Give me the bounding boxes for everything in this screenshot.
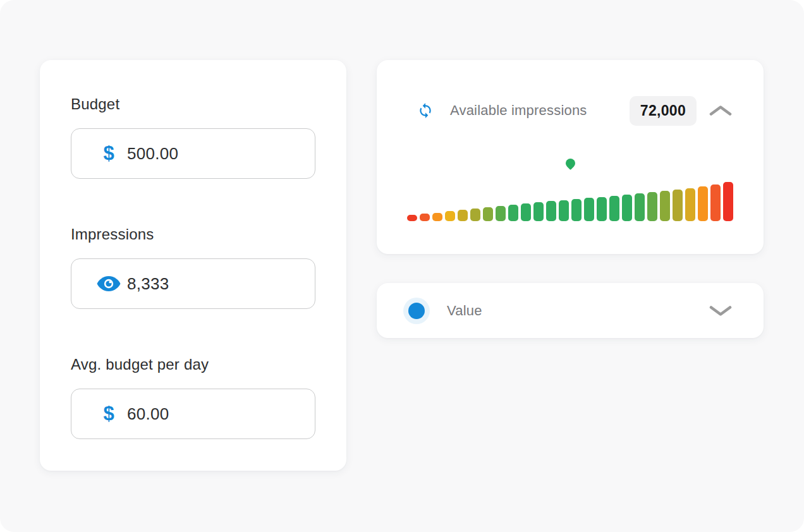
histogram-bar xyxy=(622,195,632,221)
budget-input-box: $ xyxy=(71,128,315,179)
dollar-icon: $ xyxy=(94,389,123,438)
avg-budget-label: Avg. budget per day xyxy=(71,356,316,373)
available-impressions-card: Available impressions 72,000 xyxy=(377,60,764,254)
budget-field: Budget $ xyxy=(71,96,316,179)
impressions-histogram xyxy=(407,155,733,221)
histogram-bar xyxy=(710,184,721,221)
histogram-bar xyxy=(685,188,695,221)
value-card[interactable]: Value xyxy=(377,283,764,338)
histogram-bar xyxy=(420,214,430,221)
blue-dot-icon xyxy=(408,303,425,319)
avg-budget-input[interactable] xyxy=(127,404,304,424)
histogram-bar xyxy=(723,182,733,221)
avg-budget-input-box: $ xyxy=(71,389,315,439)
impressions-count-badge: 72,000 xyxy=(630,96,697,126)
avg-budget-field: Avg. budget per day $ xyxy=(71,356,316,439)
histogram-bar xyxy=(432,213,442,221)
histogram-bar xyxy=(483,207,493,221)
histogram-bar xyxy=(597,197,607,221)
histogram-bar xyxy=(496,206,506,221)
impressions-field: Impressions xyxy=(71,226,316,309)
page-background: Budget $ Impressions xyxy=(0,0,804,532)
histogram-bar xyxy=(635,193,645,221)
histogram-bar xyxy=(470,209,480,221)
budget-label: Budget xyxy=(71,96,316,112)
value-row: Value xyxy=(377,283,764,338)
budget-input[interactable] xyxy=(127,144,304,164)
available-impressions-title: Available impressions xyxy=(450,102,587,119)
histogram-bar xyxy=(521,203,531,221)
histogram-bar xyxy=(533,202,544,221)
value-label: Value xyxy=(447,303,482,319)
available-impressions-header: Available impressions 72,000 xyxy=(417,95,732,126)
histogram-bar xyxy=(445,211,455,221)
impressions-label: Impressions xyxy=(71,226,316,243)
histogram-bar xyxy=(647,192,657,221)
chevron-up-icon[interactable] xyxy=(709,104,732,117)
dollar-icon: $ xyxy=(94,129,123,178)
histogram-bar xyxy=(673,190,683,221)
histogram-bar xyxy=(546,201,556,221)
histogram-bar xyxy=(698,186,708,221)
histogram-bar xyxy=(584,198,594,221)
eye-icon xyxy=(94,259,123,308)
histogram-bar xyxy=(609,196,619,221)
chevron-down-icon[interactable] xyxy=(709,305,732,317)
budget-card: Budget $ Impressions xyxy=(40,60,346,471)
impressions-input[interactable] xyxy=(127,274,304,294)
histogram-bar xyxy=(660,191,670,221)
histogram-bar xyxy=(559,200,569,221)
impressions-input-box xyxy=(71,258,315,309)
histogram-bar xyxy=(407,215,417,221)
impressions-marker-icon xyxy=(563,157,576,170)
refresh-sync-icon[interactable] xyxy=(417,102,434,119)
histogram-bar xyxy=(458,210,468,221)
histogram-bar xyxy=(571,199,582,221)
histogram-bar xyxy=(508,205,518,221)
